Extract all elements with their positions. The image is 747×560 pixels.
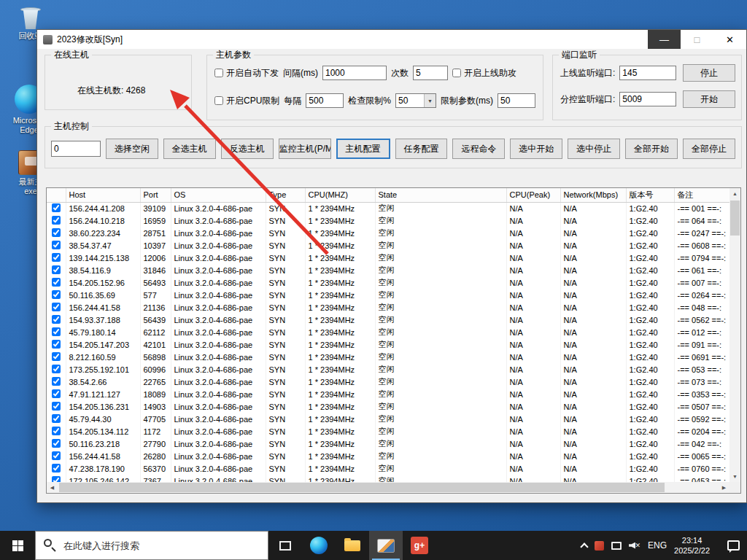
table-row[interactable]: 172.105.246.142 7367 Linux 3.2.0-4-686-p… [47,475,729,482]
row-checkbox[interactable] [52,402,61,411]
tray-app-icon[interactable] [595,541,604,551]
scroll-right-icon[interactable]: ▶ [719,482,729,493]
cpu-limit-checkbox[interactable] [214,96,223,105]
table-row[interactable]: 154.93.37.188 56439 Linux 3.2.0-4-686-pa… [47,314,729,326]
vertical-scroll-thumb[interactable] [730,201,740,236]
col-version[interactable]: 版本号 [626,188,674,202]
table-row[interactable]: 156.244.10.218 16959 Linux 3.2.0-4-686-p… [47,214,729,227]
col-note[interactable]: 备注 [674,188,729,202]
cpu-limit-checkbox-label[interactable]: 开启CPU限制 [214,95,279,107]
every-input[interactable] [306,93,344,108]
table-row[interactable]: 154.205.147.203 42101 Linux 3.2.0-4-686-… [47,338,729,351]
notification-center-icon[interactable] [727,540,740,551]
control-button[interactable]: 远程命令 [452,139,505,159]
horizontal-scrollbar[interactable]: ◀ ▶ [47,482,729,493]
table-row[interactable]: 50.116.35.69 577 Linux 3.2.0-4-686-pae S… [47,289,729,301]
scroll-down-icon[interactable]: ▼ [729,471,740,482]
limit-param-input[interactable] [498,93,535,108]
row-checkbox[interactable] [52,340,61,349]
row-checkbox[interactable] [52,365,61,373]
table-row[interactable]: 45.79.44.30 47705 Linux 3.2.0-4-686-pae … [47,413,729,425]
assist-checkbox[interactable] [452,69,461,77]
horizontal-scroll-thumb[interactable] [59,483,665,492]
table-row[interactable]: 47.238.178.190 56370 Linux 3.2.0-4-686-p… [47,462,729,475]
table-row[interactable]: 47.91.121.127 18089 Linux 3.2.0-4-686-pa… [47,388,729,400]
titlebar[interactable]: 2023修改版[Syn] — □ ✕ [37,30,746,49]
table-row[interactable]: 154.205.134.112 1172 Linux 3.2.0-4-686-p… [47,425,729,438]
col-os[interactable]: OS [171,188,266,202]
taskbar-gplus[interactable]: g+ [403,531,436,560]
row-checkbox[interactable] [52,414,61,423]
volume-muted-icon[interactable]: ✕ [629,541,640,551]
vertical-scrollbar[interactable]: ▲ ▼ [729,188,740,482]
row-checkbox[interactable] [52,464,61,472]
table-row[interactable]: 156.244.41.58 26280 Linux 3.2.0-4-686-pa… [47,450,729,462]
row-checkbox[interactable] [52,476,61,483]
table-row[interactable]: 38.54.37.47 10397 Linux 3.2.0-4-686-pae … [47,239,729,252]
check-limit-select[interactable]: 50 ▼ [395,93,436,108]
close-button[interactable]: ✕ [713,30,746,49]
taskbar-explorer[interactable] [336,531,369,560]
row-checkbox[interactable] [52,278,61,287]
taskbar-clock[interactable]: 23:14 2025/2/22 [674,535,710,556]
control-button[interactable]: 主机配置 [336,139,390,159]
chevron-down-icon[interactable]: ▼ [424,94,436,107]
row-checkbox[interactable] [52,327,61,336]
table-row[interactable]: 154.205.136.231 14903 Linux 3.2.0-4-686-… [47,400,729,413]
assist-checkbox-label[interactable]: 开启上线助攻 [452,67,516,79]
row-checkbox[interactable] [52,203,61,212]
row-checkbox[interactable] [52,303,61,311]
taskbar-active-app[interactable] [369,531,403,560]
table-row[interactable]: 50.116.23.218 27790 Linux 3.2.0-4-686-pa… [47,438,729,450]
table-row[interactable]: 45.79.180.14 62112 Linux 3.2.0-4-686-pae… [47,326,729,338]
col-checkbox[interactable] [47,188,66,202]
control-button[interactable]: 全部停止 [683,139,735,159]
table-row[interactable]: 8.212.160.59 56898 Linux 3.2.0-4-686-pae… [47,351,729,363]
minimize-button[interactable]: — [648,30,681,49]
control-port-input[interactable] [619,92,676,106]
col-cpu[interactable]: CPU(MHZ) [305,188,375,202]
online-port-input[interactable] [619,66,676,80]
row-checkbox[interactable] [52,389,61,398]
scroll-up-icon[interactable]: ▲ [729,188,740,199]
maximize-button[interactable]: □ [681,30,713,49]
col-cpu-peak[interactable]: CPU(Peak) [506,188,560,202]
row-checkbox[interactable] [52,265,61,274]
row-checkbox[interactable] [52,377,61,386]
table-row[interactable]: 38.60.223.234 28751 Linux 3.2.0-4-686-pa… [47,227,729,239]
taskbar-edge[interactable] [302,531,336,560]
table-row[interactable]: 38.54.116.9 31846 Linux 3.2.0-4-686-pae … [47,264,729,276]
control-button[interactable]: 选中停止 [568,139,620,159]
select-count-input[interactable] [51,141,101,157]
language-indicator[interactable]: ENG [648,540,667,551]
control-button[interactable]: 选中开始 [510,139,562,159]
control-button[interactable]: 监控主机(P/M) [279,139,331,159]
control-button[interactable]: 选择空闲 [106,139,158,159]
row-checkbox[interactable] [52,228,61,237]
table-row[interactable]: 173.255.192.101 60996 Linux 3.2.0-4-686-… [47,363,729,376]
col-state[interactable]: State [375,188,506,202]
search-input[interactable] [35,531,268,560]
row-checkbox[interactable] [52,427,61,435]
row-checkbox[interactable] [52,216,61,225]
auto-dispatch-checkbox-label[interactable]: 开启自动下发 [214,67,279,79]
col-network[interactable]: Network(Mbps) [560,188,626,202]
taskbar-search[interactable] [35,531,268,560]
control-button[interactable]: 反选主机 [221,139,274,159]
row-checkbox[interactable] [52,253,61,262]
control-button[interactable]: 任务配置 [395,139,448,159]
tray-expand-icon[interactable] [580,542,588,551]
start-button[interactable] [0,531,35,560]
table-row[interactable]: 38.54.2.66 22765 Linux 3.2.0-4-686-pae S… [47,376,729,388]
table-row[interactable]: 154.205.152.96 56493 Linux 3.2.0-4-686-p… [47,276,729,289]
col-type[interactable]: Type [266,188,305,202]
col-host[interactable]: Host [66,188,140,202]
row-checkbox[interactable] [52,352,61,361]
control-button[interactable]: 全部开始 [625,139,678,159]
table-row[interactable]: 156.244.41.208 39109 Linux 3.2.0-4-686-p… [47,202,729,214]
row-checkbox[interactable] [52,241,61,249]
task-view-button[interactable] [268,531,302,560]
network-icon[interactable] [611,542,622,550]
col-port[interactable]: Port [140,188,171,202]
table-row[interactable]: 156.244.41.58 21136 Linux 3.2.0-4-686-pa… [47,301,729,314]
